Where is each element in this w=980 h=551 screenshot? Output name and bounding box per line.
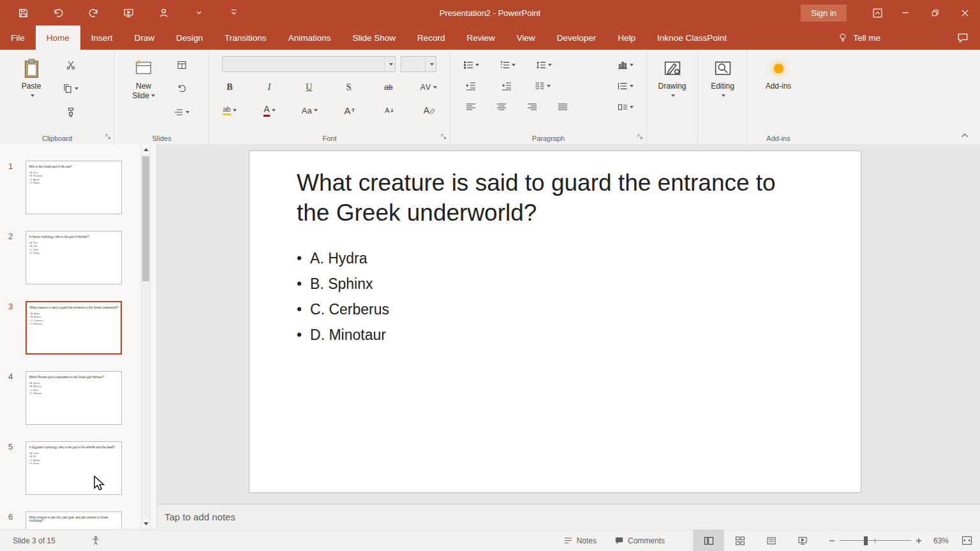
font-dialog-launcher-icon[interactable] bbox=[440, 131, 447, 142]
maximize-restore-button[interactable] bbox=[920, 0, 950, 26]
ribbon-display-options-icon[interactable] bbox=[865, 0, 890, 26]
start-slideshow-icon[interactable] bbox=[123, 8, 134, 18]
tab-developer[interactable]: Developer bbox=[546, 26, 607, 50]
thumbnail-scrollbar[interactable] bbox=[141, 144, 151, 529]
slide-title-textbox[interactable]: What creature is said to guard the entra… bbox=[297, 168, 801, 228]
tab-home[interactable]: Home bbox=[36, 26, 80, 50]
accessibility-checker-icon[interactable] bbox=[91, 536, 101, 546]
slide-thumbnail-4[interactable]: 4Which Roman god is equivalent to the Gr… bbox=[0, 371, 156, 425]
bullets-button[interactable] bbox=[463, 57, 479, 73]
user-presence-icon[interactable] bbox=[158, 8, 169, 18]
decrease-indent-button[interactable] bbox=[463, 78, 479, 94]
slideshow-view-button[interactable] bbox=[787, 530, 818, 551]
zoom-out-icon[interactable] bbox=[824, 530, 840, 551]
sign-in-button[interactable]: Sign in bbox=[801, 4, 847, 22]
convert-to-smartart-button[interactable] bbox=[618, 99, 634, 115]
strikethrough-button[interactable]: ab bbox=[381, 80, 396, 95]
tab-design[interactable]: Design bbox=[165, 26, 214, 50]
align-left-button[interactable] bbox=[463, 99, 479, 115]
slide-thumbnail-preview[interactable]: In Egyptian mythology, who is the god of… bbox=[26, 441, 122, 495]
tab-slide-show[interactable]: Slide Show bbox=[341, 26, 406, 50]
paragraph-dialog-launcher-icon[interactable] bbox=[637, 131, 643, 142]
addins-button[interactable]: Add-ins bbox=[760, 55, 797, 91]
slide-thumbnail-preview[interactable]: Which Roman god is equivalent to the Gre… bbox=[26, 371, 122, 425]
cut-button[interactable] bbox=[63, 57, 78, 73]
comments-toggle-button[interactable]: Comments bbox=[605, 530, 674, 551]
slide-thumbnail-preview[interactable]: In Norse mythology, who is the god of th… bbox=[26, 231, 122, 284]
tab-help[interactable]: Help bbox=[607, 26, 646, 50]
increase-font-size-button[interactable]: A bbox=[342, 103, 357, 118]
tell-me[interactable]: Tell me bbox=[838, 26, 957, 50]
minimize-button[interactable] bbox=[890, 0, 920, 26]
tab-record[interactable]: Record bbox=[406, 26, 456, 50]
normal-view-button[interactable] bbox=[693, 530, 724, 551]
columns-button[interactable] bbox=[535, 78, 551, 94]
text-direction-button[interactable] bbox=[618, 57, 634, 73]
notes-pane[interactable]: Tap to add notes bbox=[157, 504, 980, 529]
clear-formatting-button[interactable]: A bbox=[422, 103, 437, 118]
drawing-button[interactable]: Drawing bbox=[654, 55, 691, 101]
slide-layout-button[interactable] bbox=[174, 57, 189, 73]
paste-button[interactable]: Paste bbox=[13, 55, 50, 131]
slide-thumbnail-preview[interactable]: What creature is part lion, part goat, a… bbox=[26, 511, 122, 529]
clipboard-dialog-launcher-icon[interactable] bbox=[105, 131, 111, 142]
format-painter-button[interactable] bbox=[63, 105, 78, 120]
font-color-button[interactable]: A bbox=[262, 103, 277, 118]
increase-indent-button[interactable] bbox=[499, 78, 514, 94]
zoom-slider[interactable] bbox=[840, 530, 911, 551]
character-spacing-button[interactable]: AV bbox=[420, 80, 437, 95]
slide-thumbnail-5[interactable]: 5In Egyptian mythology, who is the god o… bbox=[0, 441, 156, 495]
font-name-select[interactable] bbox=[222, 56, 396, 72]
collapse-ribbon-icon[interactable] bbox=[961, 129, 969, 140]
slide-thumbnail-3[interactable]: 3What creature is said to guard the entr… bbox=[0, 301, 156, 355]
tab-transitions[interactable]: Transitions bbox=[214, 26, 278, 50]
slide-thumbnail-preview[interactable]: What creature is said to guard the entra… bbox=[26, 301, 122, 355]
tab-review[interactable]: Review bbox=[456, 26, 506, 50]
scroll-up-icon[interactable] bbox=[142, 145, 150, 154]
line-spacing-button[interactable] bbox=[536, 57, 552, 73]
close-button[interactable] bbox=[950, 0, 980, 26]
slide-thumbnail-preview[interactable]: Who is the Greek god of the sea?• A. Zeu… bbox=[26, 161, 122, 214]
slide-canvas[interactable]: What creature is said to guard the entra… bbox=[249, 151, 861, 493]
save-icon[interactable] bbox=[18, 8, 29, 18]
redo-icon[interactable] bbox=[88, 8, 99, 18]
italic-button[interactable]: I bbox=[262, 80, 277, 95]
slide-thumbnail-2[interactable]: 2In Norse mythology, who is the god of t… bbox=[0, 231, 156, 284]
feedback-comment-icon[interactable] bbox=[957, 26, 980, 50]
tab-draw[interactable]: Draw bbox=[124, 26, 166, 50]
fit-slide-to-window-icon[interactable] bbox=[956, 530, 977, 551]
text-shadow-button[interactable]: S bbox=[341, 80, 357, 95]
justify-button[interactable] bbox=[555, 99, 570, 115]
align-right-button[interactable] bbox=[524, 99, 540, 115]
zoom-level[interactable]: 63% bbox=[926, 536, 956, 545]
align-center-button[interactable] bbox=[494, 99, 509, 115]
tab-inknoe-classpoint[interactable]: Inknoe ClassPoint bbox=[646, 26, 738, 50]
font-size-select[interactable] bbox=[401, 56, 436, 72]
copy-button[interactable] bbox=[63, 81, 78, 96]
tab-insert[interactable]: Insert bbox=[80, 26, 124, 50]
zoom-in-icon[interactable] bbox=[911, 530, 926, 551]
slide-thumbnail-6[interactable]: 6What creature is part lion, part goat, … bbox=[0, 511, 156, 529]
new-slide-button[interactable]: New Slide bbox=[125, 55, 162, 131]
change-case-button[interactable]: Aa bbox=[302, 103, 318, 118]
bold-button[interactable]: B bbox=[222, 80, 237, 95]
decrease-font-size-button[interactable]: A bbox=[382, 103, 397, 118]
slide-sorter-view-button[interactable] bbox=[724, 530, 755, 551]
slide-thumbnail-1[interactable]: 1Who is the Greek god of the sea?• A. Ze… bbox=[0, 161, 156, 214]
reading-view-button[interactable] bbox=[755, 530, 787, 551]
text-highlight-button[interactable]: ab bbox=[222, 103, 237, 118]
editing-button[interactable]: Editing bbox=[704, 55, 741, 101]
tab-file[interactable]: File bbox=[0, 26, 36, 50]
reset-slide-button[interactable] bbox=[174, 81, 189, 96]
tab-animations[interactable]: Animations bbox=[278, 26, 342, 50]
slide-body-textbox[interactable]: A. HydraB. SphinxC. CerberusD. Minotaur bbox=[297, 246, 389, 348]
underline-button[interactable]: U bbox=[301, 80, 316, 95]
align-text-button[interactable] bbox=[618, 78, 634, 94]
tab-view[interactable]: View bbox=[506, 26, 546, 50]
section-button[interactable] bbox=[174, 105, 189, 120]
presence-chevron-icon[interactable] bbox=[193, 8, 204, 18]
numbering-button[interactable] bbox=[500, 57, 516, 73]
undo-icon[interactable] bbox=[53, 8, 64, 18]
scrollbar-thumb[interactable] bbox=[142, 156, 149, 281]
scroll-down-icon[interactable] bbox=[142, 519, 150, 529]
